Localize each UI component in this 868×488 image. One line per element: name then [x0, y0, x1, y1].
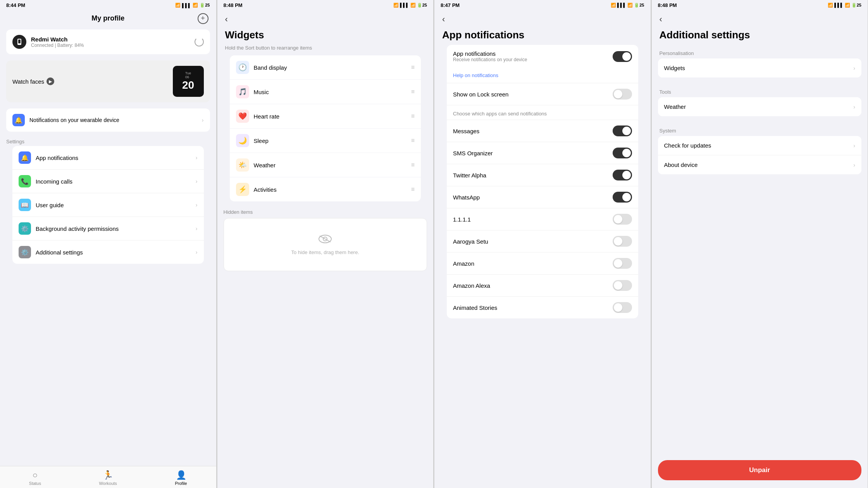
settings-menu: 🔔 App notifications › 📞 Incoming calls ›… [6, 146, 210, 264]
about-device-row[interactable]: About device › [658, 155, 862, 174]
notif-label: Notifications on your wearable device [29, 117, 119, 123]
drag-handle-1[interactable]: ≡ [411, 88, 415, 95]
menu-item-user-guide[interactable]: 📖 User guide › [12, 193, 204, 217]
status-bar-3: 8:47 PM 📶 ▌▌▌ 📶 🔋25 [434, 0, 651, 10]
notifications-row[interactable]: 🔔 Notifications on your wearable device … [6, 108, 210, 132]
widget-activities[interactable]: ⚡ Activities ≡ [230, 177, 421, 201]
widgets-back-button[interactable]: ‹ [225, 14, 228, 24]
app-animated-stories[interactable]: Animated Stories [447, 296, 638, 318]
settings-widgets-row[interactable]: Widgets › [658, 58, 862, 77]
hidden-items-label: Hidden items [224, 209, 427, 215]
watch-face-card[interactable]: Watch faces ▶ Tue06 20 [6, 60, 210, 102]
sync-icon[interactable] [195, 37, 204, 46]
check-updates-row[interactable]: Check for updates › [658, 136, 862, 155]
bottom-nav: ○ Status 🏃 Workouts 👤 Profile [0, 466, 216, 488]
bg-activity-icon: ⚙️ [19, 222, 31, 235]
drag-handle-4[interactable]: ≡ [411, 162, 415, 168]
lock-screen-row: Show on Lock screen [447, 83, 638, 105]
settings-widgets-chevron: › [853, 65, 855, 71]
settings-section-label: Settings [0, 135, 216, 146]
hidden-items-section: Hidden items To hide items, drag them he… [224, 209, 427, 271]
amazon-toggle[interactable] [613, 258, 632, 269]
time-3: 8:47 PM [441, 2, 460, 8]
menu-item-additional-settings[interactable]: ⚙️ Additional settings › [12, 240, 204, 264]
nav-workouts[interactable]: 🏃 Workouts [99, 470, 117, 486]
app-notif-text: App notifications [36, 155, 78, 161]
app-whatsapp[interactable]: WhatsApp [447, 186, 638, 208]
user-guide-chevron: › [196, 202, 198, 208]
widget-band-display[interactable]: 🕐 Band display ≡ [230, 55, 421, 79]
app-aarogya[interactable]: Aarogya Setu [447, 230, 638, 252]
settings-weather-label: Weather [664, 103, 686, 110]
app-aarogya-label: Aarogya Setu [453, 238, 488, 245]
app-messages-label: Messages [453, 128, 479, 134]
unpair-button[interactable]: Unpair [658, 460, 862, 480]
nav-workouts-label: Workouts [99, 481, 117, 486]
1111-toggle[interactable] [613, 214, 632, 225]
widgets-hint: Hold the Sort button to rearrange items [217, 45, 434, 55]
personalisation-label: Personalisation [658, 45, 862, 58]
band-display-icon: 🕐 [236, 61, 249, 74]
appnotif-back-button[interactable]: ‹ [442, 14, 445, 24]
drag-handle-3[interactable]: ≡ [411, 137, 415, 144]
app-1111[interactable]: 1.1.1.1 [447, 208, 638, 230]
add-device-button[interactable]: + [198, 13, 208, 24]
help-link[interactable]: Help on notifications [447, 69, 638, 83]
about-device-chevron: › [853, 162, 855, 168]
device-card[interactable]: Redmi Watch Connected | Battery: 84% [6, 29, 210, 54]
user-guide-text: User guide [36, 202, 64, 208]
watch-preview: Tue06 20 [173, 66, 204, 97]
app-amazon-alexa[interactable]: Amazon Alexa [447, 274, 638, 296]
settings-weather-chevron: › [853, 104, 855, 110]
app-whatsapp-label: WhatsApp [453, 194, 480, 201]
appnotif-title: App notifications [434, 27, 651, 45]
amazon-alexa-toggle[interactable] [613, 280, 632, 291]
notif-toggle-row: App notifications Receive notifications … [447, 45, 638, 69]
watch-date-small: Tue06 [185, 71, 191, 79]
app-sms-organizer[interactable]: SMS Organizer [447, 142, 638, 164]
animated-stories-toggle[interactable] [613, 302, 632, 313]
aarogya-toggle[interactable] [613, 236, 632, 247]
widget-weather[interactable]: 🌤️ Weather ≡ [230, 153, 421, 177]
nav-status-label: Status [29, 481, 41, 486]
incoming-calls-chevron: › [196, 178, 198, 184]
watch-face-arrow: ▶ [46, 77, 54, 85]
sms-toggle[interactable] [613, 148, 632, 158]
menu-item-incoming-calls[interactable]: 📞 Incoming calls › [12, 169, 204, 193]
messages-toggle[interactable] [613, 125, 632, 136]
app-notif-toggle[interactable] [613, 51, 632, 62]
widgets-list: 🕐 Band display ≡ 🎵 Music ≡ ❤️ Heart rate… [224, 55, 427, 201]
panel-my-profile: 8:44 PM 📶 ▌▌▌ 📶 🔋25 My profile + Redmi W… [0, 0, 217, 488]
app-amazon[interactable]: Amazon [447, 252, 638, 274]
tools-group: Tools Weather › [658, 84, 862, 116]
twitter-toggle[interactable] [613, 170, 632, 180]
panel-additional-settings: 8:48 PM 📶 ▌▌▌ 📶 🔋25 ‹ Additional setting… [652, 0, 868, 488]
widget-music[interactable]: 🎵 Music ≡ [230, 80, 421, 104]
addsettings-title: Additional settings [652, 27, 868, 45]
widget-sleep[interactable]: 🌙 Sleep ≡ [230, 129, 421, 153]
sleep-label: Sleep [254, 137, 269, 144]
app-twitter[interactable]: Twitter Alpha [447, 164, 638, 186]
status-icons-3: 📶 ▌▌▌ 📶 🔋25 [611, 3, 644, 8]
nav-status[interactable]: ○ Status [29, 470, 41, 486]
lock-screen-toggle-knob [614, 90, 622, 98]
lock-screen-toggle[interactable] [613, 89, 632, 100]
addsettings-back-button[interactable]: ‹ [660, 14, 662, 24]
incoming-calls-text: Incoming calls [36, 178, 72, 185]
lock-screen-label: Show on Lock screen [453, 91, 508, 98]
drag-handle-0[interactable]: ≡ [411, 64, 415, 71]
app-messages[interactable]: Messages [447, 120, 638, 142]
whatsapp-toggle[interactable] [613, 192, 632, 203]
sleep-icon: 🌙 [236, 134, 249, 147]
nav-profile[interactable]: 👤 Profile [175, 470, 187, 486]
device-name: Redmi Watch [31, 36, 84, 43]
menu-item-bg-activity[interactable]: ⚙️ Background activity permissions › [12, 217, 204, 240]
drag-handle-2[interactable]: ≡ [411, 113, 415, 120]
settings-weather-row[interactable]: Weather › [658, 97, 862, 116]
widget-heart-rate[interactable]: ❤️ Heart rate ≡ [230, 104, 421, 128]
notif-icon: 🔔 [12, 114, 25, 126]
hidden-text: To hide items, drag them here. [291, 249, 359, 255]
menu-item-app-notifications[interactable]: 🔔 App notifications › [12, 146, 204, 169]
drag-handle-5[interactable]: ≡ [411, 186, 415, 193]
check-updates-label: Check for updates [664, 142, 711, 149]
